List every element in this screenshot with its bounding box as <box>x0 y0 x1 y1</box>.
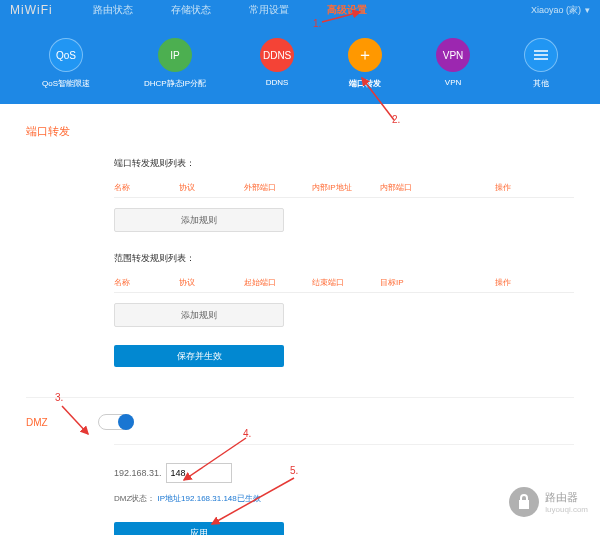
dmz-status-label: DMZ状态： <box>114 494 155 503</box>
port-forward-headers: 名称 协议 外部端口 内部IP地址 内部端口 操作 <box>114 182 574 198</box>
dmz-apply-button[interactable]: 应用 <box>114 522 284 535</box>
qos-icon: QoS <box>49 38 83 72</box>
th-name: 名称 <box>114 277 179 288</box>
feature-label: 端口转发 <box>349 78 381 89</box>
watermark-title: 路由器 <box>545 490 588 505</box>
range-forward-headers: 名称 协议 起始端口 结束端口 目标IP 操作 <box>114 277 574 293</box>
chevron-down-icon: ▾ <box>585 5 590 15</box>
ip-prefix: 192.168.31. <box>114 468 162 478</box>
th-ext-port: 外部端口 <box>244 182 312 193</box>
user-menu[interactable]: Xiaoyao (家) ▾ <box>531 4 590 17</box>
dmz-ip-input[interactable] <box>166 463 232 483</box>
th-int-port: 内部端口 <box>380 182 495 193</box>
th-action: 操作 <box>495 182 545 193</box>
th-name: 名称 <box>114 182 179 193</box>
dmz-toggle[interactable] <box>98 414 134 430</box>
vpn-icon: VPN <box>436 38 470 72</box>
nav-advanced-settings[interactable]: 高级设置 <box>327 3 367 17</box>
range-forward-title: 范围转发规则列表： <box>114 252 574 265</box>
feature-dhcp[interactable]: IP DHCP静态IP分配 <box>144 38 206 89</box>
nav-storage-status[interactable]: 存储状态 <box>171 3 211 17</box>
feature-row: QoS QoS智能限速 IP DHCP静态IP分配 DDNS DDNS ＋ 端口… <box>0 20 600 89</box>
menu-icon <box>524 38 558 72</box>
ip-icon: IP <box>158 38 192 72</box>
watermark-sub: luyouqi.com <box>545 505 588 514</box>
plus-icon: ＋ <box>348 38 382 72</box>
feature-label: QoS智能限速 <box>42 78 90 89</box>
user-name: Xiaoyao (家) <box>531 4 581 17</box>
add-port-rule-button[interactable]: 添加规则 <box>114 208 284 232</box>
top-nav: 路由状态 存储状态 常用设置 高级设置 <box>93 3 367 17</box>
feature-ddns[interactable]: DDNS DDNS <box>260 38 294 89</box>
toggle-knob <box>118 414 134 430</box>
lock-icon <box>509 487 539 517</box>
feature-port-forward[interactable]: ＋ 端口转发 <box>348 38 382 89</box>
watermark: 路由器 luyouqi.com <box>509 487 588 517</box>
add-range-rule-button[interactable]: 添加规则 <box>114 303 284 327</box>
th-protocol: 协议 <box>179 182 244 193</box>
th-action: 操作 <box>495 277 545 288</box>
port-forward-title: 端口转发规则列表： <box>114 157 574 170</box>
th-start-port: 起始端口 <box>244 277 312 288</box>
nav-router-status[interactable]: 路由状态 <box>93 3 133 17</box>
ddns-icon: DDNS <box>260 38 294 72</box>
feature-label: DHCP静态IP分配 <box>144 78 206 89</box>
feature-label: 其他 <box>533 78 549 89</box>
th-end-port: 结束端口 <box>312 277 380 288</box>
page-title: 端口转发 <box>26 124 574 139</box>
feature-other[interactable]: 其他 <box>524 38 558 89</box>
nav-common-settings[interactable]: 常用设置 <box>249 3 289 17</box>
feature-vpn[interactable]: VPN VPN <box>436 38 470 89</box>
dmz-label: DMZ <box>26 417 48 428</box>
feature-qos[interactable]: QoS QoS智能限速 <box>42 38 90 89</box>
logo: MiWiFi <box>10 3 53 17</box>
th-int-ip: 内部IP地址 <box>312 182 380 193</box>
dmz-status-value: IP地址192.168.31.148已生效 <box>158 494 261 503</box>
th-target-ip: 目标IP <box>380 277 495 288</box>
th-protocol: 协议 <box>179 277 244 288</box>
feature-label: VPN <box>445 78 461 87</box>
save-button[interactable]: 保存并生效 <box>114 345 284 367</box>
feature-label: DDNS <box>266 78 289 87</box>
